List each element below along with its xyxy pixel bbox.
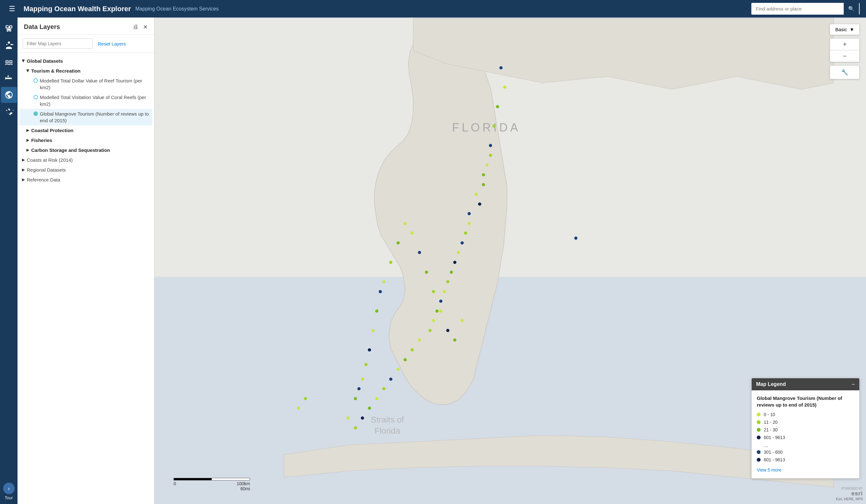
search-input[interactable]	[751, 3, 844, 14]
legend-ellipsis: ...	[757, 443, 854, 448]
tree-item-layer2[interactable]: Modelled Total Visitation Value of Coral…	[20, 92, 152, 109]
hamburger-button[interactable]: ☰	[7, 3, 18, 14]
legend-minimize-button[interactable]: −	[851, 381, 855, 387]
legend-item: 21 - 30	[757, 427, 854, 432]
sidebar-icon-wave-person[interactable]	[1, 37, 17, 53]
esri-attribution: POWERED BY esri Esri, HERE, NPS	[836, 486, 863, 501]
search-bar: 🔍	[751, 3, 859, 15]
map-area[interactable]: FLORIDA Straits of Florida Basic ▼ + − 🔧	[155, 18, 866, 504]
data-layers-panel: Data Layers 🖨 ✕ Reset Layers ▶ Global Da…	[18, 18, 155, 504]
sidebar-icon-fish[interactable]	[1, 70, 17, 86]
scale-mi: 60mi	[241, 486, 250, 491]
zoom-out-button[interactable]: −	[830, 50, 859, 62]
legend-item: 601 - 9613	[757, 435, 854, 440]
fisheries-arrow: ▶	[26, 137, 29, 143]
sidebar-icon-binoculars[interactable]	[1, 21, 17, 37]
tree-item-layer1[interactable]: Modelled Total Dollar Value of Reef Tour…	[20, 76, 152, 92]
carbon-label: Carbon Storage and Sequestration	[31, 147, 150, 154]
map-legend: Map Legend − Global Mangrove Tourism (Nu…	[751, 378, 859, 479]
filter-map-layers-input[interactable]	[23, 38, 93, 49]
tour-section: › Tour	[0, 480, 18, 504]
tree-item-coastal[interactable]: ▶ Coastal Protection	[20, 125, 152, 135]
tree-item-carbon[interactable]: ▶ Carbon Storage and Sequestration	[20, 145, 152, 155]
tree-item-regional[interactable]: ▶ Regional Datasets	[20, 165, 152, 175]
attribution-text: Esri, HERE, NPS	[836, 497, 863, 501]
zoom-in-button[interactable]: +	[830, 38, 859, 50]
basemap-button[interactable]: Basic ▼	[830, 24, 859, 35]
coastal-label: Coastal Protection	[31, 127, 150, 134]
tourism-arrow: ▶	[25, 69, 31, 72]
legend-items: 0 - 1011 - 2021 - 30601 - 9613	[757, 412, 854, 440]
search-button[interactable]: 🔍	[844, 3, 859, 15]
sidebar-icon-bar: › Tour	[0, 18, 18, 504]
app-subtitle: Mapping Ocean Ecosystem Services	[135, 6, 219, 12]
global-datasets-label: Global Datasets	[27, 58, 150, 64]
binoculars-icon	[4, 24, 13, 33]
regional-label: Regional Datasets	[27, 167, 150, 173]
anchor-icon	[4, 107, 13, 116]
svg-text:FLORIDA: FLORIDA	[452, 121, 520, 134]
tour-button[interactable]: ›	[3, 483, 15, 494]
legend-item: 301 - 600	[757, 450, 854, 455]
basemap-label: Basic	[835, 27, 847, 32]
globe-icon	[4, 90, 13, 99]
layer1-dot	[33, 78, 38, 83]
layer2-dot	[33, 95, 38, 99]
tree-item-reference[interactable]: ▶ Reference Data	[20, 175, 152, 184]
svg-text:Florida: Florida	[375, 426, 400, 436]
layer2-label: Modelled Total Visitation Value of Coral…	[40, 94, 150, 107]
fisheries-label: Fisheries	[31, 137, 150, 144]
tree-item-layer3[interactable]: Global Mangrove Tourism (Number of revie…	[20, 109, 152, 125]
coasts-at-risk-arrow: ▶	[22, 157, 25, 163]
svg-text:Straits of: Straits of	[371, 415, 404, 424]
close-panel-button[interactable]: ✕	[143, 24, 148, 31]
reference-arrow: ▶	[22, 177, 25, 182]
panel-title: Data Layers	[24, 23, 60, 31]
tourism-label: Tourism & Recreation	[31, 67, 150, 74]
layer1-label: Modelled Total Dollar Value of Reef Tour…	[40, 77, 150, 91]
legend-item: 11 - 20	[757, 419, 854, 425]
tree-item-tourism[interactable]: ▶ Tourism & Recreation	[20, 66, 152, 76]
legend-item: 0 - 10	[757, 412, 854, 417]
esri-logo: esri	[851, 490, 863, 497]
waves-icon	[4, 57, 13, 66]
app-title: Mapping Ocean Wealth Explorer	[24, 5, 131, 13]
layer3-label: Global Mangrove Tourism (Number of revie…	[40, 111, 150, 124]
sidebar-icon-waves[interactable]	[1, 54, 17, 70]
legend-view-more-button[interactable]: View 5 more	[757, 466, 781, 474]
map-controls: Basic ▼ + − 🔧	[830, 24, 859, 79]
coasts-at-risk-label: Coasts at Risk (2014)	[27, 157, 150, 163]
print-button[interactable]: 🖨	[133, 24, 138, 31]
reference-label: Reference Data	[27, 176, 150, 183]
tree-item-fisheries[interactable]: ▶ Fisheries	[20, 135, 152, 145]
legend-title: Map Legend	[756, 381, 786, 387]
wave-person-icon	[4, 41, 13, 50]
sidebar-icon-globe[interactable]	[1, 87, 17, 103]
tree-item-global-datasets[interactable]: ▶ Global Datasets	[20, 56, 152, 66]
fish-icon	[4, 74, 13, 83]
legend-layer-title: Global Mangrove Tourism (Number of revie…	[757, 395, 854, 408]
sidebar-icon-anchor[interactable]	[1, 103, 17, 120]
basemap-arrow: ▼	[850, 27, 854, 32]
scale-km: 100km	[237, 481, 250, 486]
legend-item: 601 - 9613	[757, 457, 854, 462]
global-datasets-arrow: ▶	[21, 59, 26, 63]
tools-button[interactable]: 🔧	[830, 65, 859, 79]
coastal-arrow: ▶	[26, 128, 29, 133]
reset-layers-button[interactable]: Reset Layers	[98, 41, 126, 46]
layer3-dot	[33, 111, 38, 116]
zoom-controls: + −	[830, 38, 859, 62]
powered-by-esri: POWERED BY	[841, 487, 863, 490]
scale-zero: 0	[174, 481, 176, 486]
regional-arrow: ▶	[22, 167, 25, 172]
tour-label: Tour	[5, 495, 13, 500]
scale-bar: 0 100km 60mi	[174, 478, 250, 491]
tree-item-coasts-at-risk[interactable]: ▶ Coasts at Risk (2014)	[20, 155, 152, 165]
layer-tree: ▶ Global Datasets ▶ Tourism & Recreation…	[18, 53, 154, 188]
carbon-arrow: ▶	[26, 147, 29, 153]
